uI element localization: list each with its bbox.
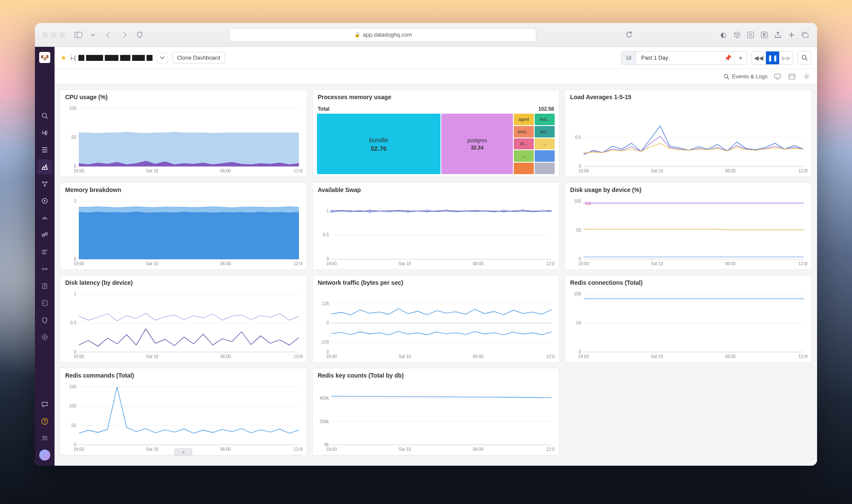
clone-dashboard-button[interactable]: Clone Dashboard <box>172 52 225 63</box>
svg-text:12:00: 12:00 <box>294 261 302 266</box>
ext-1-icon[interactable] <box>746 31 755 38</box>
card-redisconn[interactable]: Redis connections (Total) 50100018:00Sat… <box>564 275 812 363</box>
svg-point-80 <box>331 211 332 213</box>
chart-net: -1280128018:00Sat 1006:0012:00 <box>317 292 555 360</box>
card-load[interactable]: Load Averages 1-5-15 0.5018:00Sat 1006:0… <box>564 89 812 177</box>
reload-icon[interactable] <box>625 31 633 38</box>
nav-ci[interactable] <box>37 261 52 277</box>
svg-point-13 <box>42 268 44 270</box>
svg-text:Sat 10: Sat 10 <box>398 354 411 359</box>
nav-dashboards[interactable] <box>37 159 52 175</box>
sidebar-toggle-icon[interactable] <box>74 31 83 38</box>
card-swap[interactable]: Available Swap 0.51018:00Sat 1006:0012:0… <box>312 182 560 270</box>
pin-icon[interactable]: 📌 <box>721 52 734 64</box>
svg-text:200k: 200k <box>320 419 329 424</box>
back-button[interactable] <box>103 30 113 40</box>
svg-text:Sat 10: Sat 10 <box>651 169 663 173</box>
card-net[interactable]: Network traffic (bytes per sec) -1280128… <box>312 275 560 363</box>
favorite-star-icon[interactable]: ★ <box>60 54 66 62</box>
svg-text:Sat 10: Sat 10 <box>651 261 663 266</box>
privacy-icon[interactable]: ◐ <box>719 31 728 38</box>
nav-search[interactable] <box>37 108 52 123</box>
events-logs-link[interactable]: Events & Logs <box>723 73 768 80</box>
share-icon[interactable] <box>774 31 782 38</box>
layout-icon[interactable] <box>787 72 797 81</box>
address-bar[interactable]: 🔒 app.datadoghq.com <box>230 28 536 42</box>
svg-text:50: 50 <box>72 135 77 140</box>
nav-metrics[interactable] <box>37 210 52 226</box>
title-dropdown[interactable] <box>157 52 168 63</box>
svg-text:06:00: 06:00 <box>725 261 736 266</box>
card-disk[interactable]: Disk usage by device (%) full 50100018:0… <box>564 182 812 270</box>
card-membr[interactable]: Memory breakdown 2018:00Sat 1006:0012:00 <box>60 182 307 270</box>
svg-text:0: 0 <box>74 349 76 354</box>
forward-button[interactable] <box>119 30 130 40</box>
user-avatar[interactable] <box>39 450 50 461</box>
tv-mode-icon[interactable] <box>773 72 782 81</box>
ext-2-icon[interactable]: R <box>760 31 769 38</box>
svg-text:06:00: 06:00 <box>220 354 231 359</box>
nav-team[interactable] <box>37 431 52 446</box>
svg-text:18:00: 18:00 <box>326 261 337 266</box>
svg-text:0: 0 <box>579 349 581 354</box>
nav-ux[interactable] <box>37 329 52 345</box>
nav-monitors[interactable] <box>37 193 52 209</box>
new-tab-icon[interactable] <box>787 31 796 38</box>
logo-icon[interactable]: 🐶 <box>39 52 50 63</box>
svg-text:06:00: 06:00 <box>473 354 484 359</box>
nav-notebooks[interactable] <box>37 278 52 294</box>
svg-text:18:00: 18:00 <box>326 447 337 452</box>
svg-text:Sat 10: Sat 10 <box>398 261 411 266</box>
nav-security[interactable] <box>37 312 52 328</box>
nav-integrations[interactable] <box>37 227 52 243</box>
close-dot[interactable] <box>43 32 48 37</box>
time-pause-button[interactable]: ❚❚ <box>766 52 779 64</box>
nav-apm[interactable] <box>37 244 52 260</box>
time-forward-button[interactable]: ▶▶ <box>779 52 793 64</box>
url-text: app.datadoghq.com <box>363 32 412 38</box>
time-range-dd-icon[interactable]: ▾ <box>734 52 747 64</box>
nav-chat[interactable] <box>37 397 52 412</box>
svg-point-85 <box>426 210 428 212</box>
card-cpu[interactable]: CPU usage (%) 50100018:00Sat 1006:0012:0… <box>60 89 307 177</box>
time-range-picker[interactable]: 1d Past 1 Day 📌 ▾ <box>621 51 747 65</box>
svg-point-21 <box>43 436 44 438</box>
card-disklat[interactable]: Disk latency (by device) 0.51018:00Sat 1… <box>60 275 307 363</box>
app-sidebar: 🐶 ? <box>35 47 55 466</box>
nav-events[interactable] <box>37 142 52 158</box>
nav-infrastructure[interactable] <box>37 176 52 192</box>
search-button[interactable] <box>797 51 811 65</box>
minimize-dot[interactable] <box>51 32 56 37</box>
tabs-icon[interactable] <box>801 31 809 38</box>
svg-text:-128: -128 <box>320 340 329 344</box>
treemap: Total 102.58 bundle52.76 postgres32.34 a… <box>317 106 555 174</box>
nav-watchdog[interactable] <box>37 125 52 140</box>
svg-rect-2 <box>748 32 754 38</box>
time-back-button[interactable]: ◀◀ <box>752 52 766 64</box>
chart-redisconn: 50100018:00Sat 1006:0012:00 <box>569 292 807 360</box>
nav-help[interactable]: ? <box>37 414 52 429</box>
page-subheader: Events & Logs <box>55 69 817 84</box>
svg-text:06:00: 06:00 <box>473 261 484 266</box>
svg-text:100: 100 <box>69 106 76 111</box>
title-prefix: i-( <box>71 54 76 61</box>
chart-rediskeys: 200k400k0k18:00Sat 1006:0012:00 <box>317 384 555 452</box>
nav-logs[interactable] <box>37 295 52 311</box>
svg-text:Sat 10: Sat 10 <box>146 261 158 266</box>
card-title: Redis commands (Total) <box>60 368 307 383</box>
legend-drawer-icon[interactable]: ≡ <box>174 448 192 456</box>
svg-text:12:00: 12:00 <box>799 261 807 266</box>
svg-text:0.5: 0.5 <box>70 321 76 325</box>
svg-text:12:00: 12:00 <box>546 354 555 359</box>
settings-icon[interactable] <box>802 72 811 81</box>
maximize-dot[interactable] <box>60 32 65 37</box>
cube-icon[interactable] <box>733 31 741 38</box>
svg-point-14 <box>46 268 47 270</box>
card-rediscmd[interactable]: Redis commands (Total) 50100150018:00Sat… <box>60 368 307 455</box>
shield-icon[interactable] <box>135 31 144 38</box>
svg-point-81 <box>350 211 351 212</box>
card-rediskeys[interactable]: Redis key counts (Total by db) 200k400k0… <box>312 368 560 455</box>
chevron-down-icon[interactable] <box>89 31 97 38</box>
svg-text:0: 0 <box>326 321 329 325</box>
card-procmem[interactable]: Processes memory usage Total 102.58 bund… <box>312 89 560 177</box>
